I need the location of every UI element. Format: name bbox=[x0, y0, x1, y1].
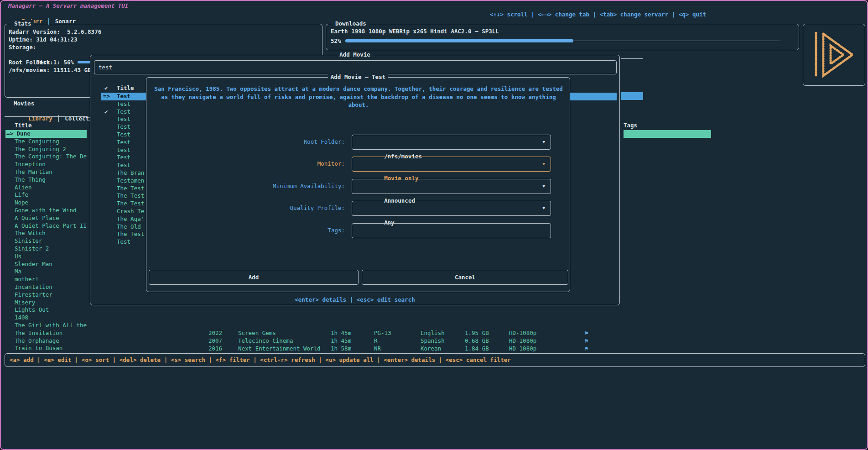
downloads-progress-fill bbox=[345, 39, 573, 42]
column-header-title: Title bbox=[15, 122, 32, 129]
field-root-folder: Root Folder: /nfs/movies ▼ bbox=[146, 135, 570, 150]
result-title: Test bbox=[117, 139, 130, 147]
add-movie-search-input[interactable]: test bbox=[94, 60, 617, 74]
movie-list-item[interactable]: Gone with the Wind bbox=[5, 207, 87, 215]
uptime: Uptime: 31d 04:31:23 bbox=[9, 36, 318, 44]
field-monitor: Monitor: Movie only ▼ bbox=[146, 157, 570, 172]
cell-language: Spanish bbox=[421, 337, 445, 345]
movie-list-item[interactable]: The Conjuring bbox=[5, 138, 87, 146]
cancel-button[interactable]: Cancel bbox=[362, 270, 568, 285]
movie-list-item[interactable]: Incantation bbox=[5, 283, 87, 291]
table-row[interactable]: 2022Screen Gems1h 45mPG-13English1.95 GB… bbox=[1, 330, 867, 337]
movie-list-item[interactable]: The Witch bbox=[5, 230, 87, 237]
result-title: Test bbox=[117, 154, 130, 162]
movie-list-item[interactable]: The Conjuring: The De bbox=[5, 153, 87, 161]
movie-list-item[interactable]: Ma bbox=[5, 268, 87, 276]
cell-quality: HD-1080p bbox=[509, 330, 536, 337]
movie-list-item[interactable]: Misery bbox=[5, 299, 87, 307]
download-progress-track bbox=[345, 39, 784, 42]
movie-list-item[interactable]: Inception bbox=[5, 161, 87, 168]
cell-quality: HD-1080p bbox=[509, 337, 536, 345]
result-title: The Aga' bbox=[117, 215, 144, 223]
movie-list-item[interactable]: Alien bbox=[5, 184, 87, 192]
results-title-header: Title bbox=[117, 84, 134, 91]
cell-year: 2022 bbox=[208, 330, 222, 337]
movie-list-item[interactable]: A Quiet Place bbox=[5, 215, 87, 222]
movie-list-item[interactable]: A Quiet Place Part II bbox=[5, 222, 87, 230]
quality-profile-select[interactable]: Any ▼ bbox=[352, 201, 551, 216]
movies-section-title: Movies bbox=[14, 100, 34, 107]
movie-list-item[interactable]: Firestarter bbox=[5, 291, 87, 299]
result-title: The Test bbox=[117, 200, 144, 208]
bookmark-icon: ⚑ bbox=[585, 345, 588, 353]
cell-rating: NR bbox=[374, 345, 381, 353]
app-title: Managarr — A Servarr management TUI bbox=[8, 2, 128, 9]
check-column-header: ✔ bbox=[104, 84, 108, 91]
cell-size: 1.95 GB bbox=[465, 330, 489, 337]
chevron-down-icon: ▼ bbox=[543, 179, 545, 194]
movie-list-item[interactable]: 1408 bbox=[5, 314, 87, 322]
minimum-availability-select[interactable]: Announced ▼ bbox=[352, 179, 551, 194]
downloads-panel: Downloads Earth 1998 1080p WEBRip x265 H… bbox=[326, 24, 799, 50]
cell-size: 1.84 GB bbox=[465, 345, 489, 353]
managarr-logo bbox=[812, 31, 856, 78]
result-title: The Test bbox=[117, 192, 144, 200]
downloads-panel-title: Downloads bbox=[333, 20, 369, 27]
field-quality-profile: Quality Profile: Any ▼ bbox=[146, 201, 570, 216]
cell-runtime: 1h 45m bbox=[331, 330, 351, 337]
movie-list-item[interactable]: Sinister bbox=[5, 237, 87, 245]
movie-list-item[interactable]: Nope bbox=[5, 199, 87, 207]
tags-input[interactable] bbox=[352, 223, 551, 238]
movie-list-item[interactable]: Slender Man bbox=[5, 261, 87, 268]
table-row[interactable]: 2016Next Entertainment World1h 58mNRKore… bbox=[1, 345, 867, 353]
field-tags: Tags: bbox=[146, 223, 570, 238]
result-title: The Test bbox=[117, 230, 144, 238]
movie-list-item[interactable]: Lights Out bbox=[5, 306, 87, 314]
result-title: Test bbox=[117, 93, 130, 100]
selection-arrow: => bbox=[103, 93, 110, 100]
cell-year: 2007 bbox=[208, 337, 222, 345]
result-title: Test bbox=[117, 100, 130, 108]
selected-row-tags-cell bbox=[624, 130, 711, 138]
movie-list-item[interactable]: The Martian bbox=[5, 168, 87, 176]
movie-list-item[interactable]: Life bbox=[5, 191, 87, 199]
result-title: Crash Te bbox=[117, 208, 144, 215]
movie-list-item[interactable]: => Dune bbox=[5, 130, 87, 138]
root-folder-select[interactable]: /nfs/movies ▼ bbox=[352, 135, 551, 150]
bookmark-icon: ⚑ bbox=[585, 330, 588, 337]
movie-list-item[interactable]: Us bbox=[5, 253, 87, 261]
result-title: The Old bbox=[117, 223, 141, 231]
movie-list-item[interactable]: The Thing bbox=[5, 176, 87, 184]
table-row[interactable]: 2007Telecinco Cinema1h 45mRSpanish0.68 G… bbox=[1, 337, 867, 345]
movie-list-item[interactable]: The Conjuring 2 bbox=[5, 146, 87, 153]
field-minimum-availability: Minimum Availability: Announced ▼ bbox=[146, 179, 570, 194]
cell-year: 2016 bbox=[208, 345, 222, 353]
root-folder-label: Root Folder: bbox=[304, 138, 345, 145]
movie-list-item[interactable]: The Girl with All the bbox=[5, 322, 87, 330]
cell-runtime: 1h 58m bbox=[331, 345, 351, 353]
chevron-down-icon: ▼ bbox=[543, 135, 545, 149]
stats-panel-title: Stats bbox=[11, 20, 34, 27]
result-title: Test bbox=[117, 162, 130, 169]
cell-language: Korean bbox=[421, 345, 441, 353]
movie-list-item[interactable]: mother! bbox=[5, 276, 87, 283]
minimum-availability-label: Minimum Availability: bbox=[273, 183, 345, 189]
movie-overview: San Francisco, 1985. Two opposites attra… bbox=[151, 85, 566, 109]
cell-size: 0.68 GB bbox=[465, 337, 489, 345]
result-title: The Bran bbox=[117, 169, 144, 177]
movie-list-item[interactable]: Sinister 2 bbox=[5, 245, 87, 253]
tabs-underline bbox=[5, 116, 87, 117]
add-button[interactable]: Add bbox=[149, 270, 359, 285]
quality-profile-label: Quality Profile: bbox=[290, 204, 345, 211]
border-fragment bbox=[621, 58, 643, 59]
cell-studio: Screen Gems bbox=[238, 330, 276, 337]
monitor-label: Monitor: bbox=[317, 160, 345, 167]
radarr-version: Radarr Version: 5.2.6.8376 bbox=[9, 28, 318, 36]
chevron-down-icon: ▼ bbox=[543, 157, 545, 171]
add-movie-panel-title: Add Movie bbox=[337, 51, 373, 58]
result-title: Test bbox=[117, 131, 130, 139]
cell-studio: Next Entertainment World bbox=[238, 345, 321, 353]
cell-language: English bbox=[421, 330, 445, 337]
monitor-select[interactable]: Movie only ▼ bbox=[352, 157, 551, 172]
cell-rating: R bbox=[374, 337, 378, 345]
